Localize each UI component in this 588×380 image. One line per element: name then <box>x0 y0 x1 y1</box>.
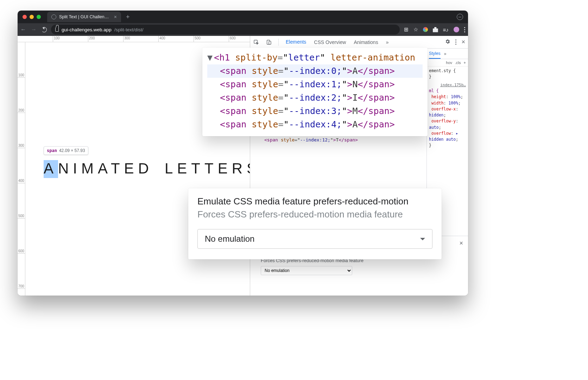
new-rule-button[interactable]: + <box>464 61 466 65</box>
page-heading: ANIMATED LETTERS <box>44 160 250 177</box>
menu-button[interactable] <box>464 27 465 32</box>
window-min-icon[interactable] <box>30 15 34 19</box>
devtools-close-icon[interactable]: × <box>461 38 465 46</box>
tab-elements[interactable]: Elements <box>285 36 307 48</box>
heading-letter: E <box>218 160 232 177</box>
subtab-overflow[interactable]: » <box>444 51 447 56</box>
extensions-icon[interactable] <box>433 27 438 32</box>
zoom-dom-node: <span style="--index:1;">N</span> <box>207 78 423 91</box>
tooltip-tag: span <box>47 148 57 153</box>
tabs-overflow[interactable]: » <box>385 37 390 48</box>
device-toggle-icon[interactable] <box>266 39 272 45</box>
zoom-dom-node: <span style="--index:4;">A</span> <box>207 118 423 131</box>
heading-letter: D <box>138 160 153 177</box>
heading-letter: I <box>73 160 81 177</box>
heading-letter: A <box>44 160 58 178</box>
heading-letter: E <box>177 160 191 177</box>
zoom-emulation-value: No emulation <box>205 234 254 244</box>
css-declaration[interactable]: overflow-y: auto; <box>429 118 466 131</box>
window-close-icon[interactable] <box>23 15 27 19</box>
traffic-lights <box>23 15 41 19</box>
css-declaration[interactable]: width: 100%; <box>429 100 466 106</box>
reading-list-icon[interactable]: ≡♪ <box>443 27 449 33</box>
zoom-emulation-select[interactable]: No emulation <box>197 229 432 249</box>
heading-letter: L <box>165 160 177 177</box>
window-collapse-icon[interactable] <box>457 14 463 20</box>
css-declaration[interactable]: height: 100%; <box>429 94 466 100</box>
heading-letter: T <box>191 160 204 177</box>
inspect-icon[interactable] <box>253 39 259 45</box>
svg-rect-2 <box>269 41 271 44</box>
zoom-elements-overlay: ▼<h1 split-by="letter" letter-animation<… <box>202 48 428 136</box>
tooltip-dimensions: 42.09 × 57.93 <box>59 148 85 153</box>
ruler-horizontal: 100200300400500600 <box>18 36 250 42</box>
lock-icon <box>55 27 59 32</box>
settings-icon[interactable] <box>445 39 450 45</box>
hov-toggle[interactable]: hov <box>446 61 452 65</box>
heading-letter: R <box>232 160 247 177</box>
dom-node[interactable]: <span style="--index:12;">T</span> <box>252 137 426 144</box>
tab-css-overview[interactable]: CSS Overview <box>313 37 347 48</box>
css-declaration[interactable]: overflow: ▸ hidden auto; <box>429 131 466 143</box>
tab-bar: Split Text | GUI Challenges × + <box>18 11 468 23</box>
new-tab-button[interactable]: + <box>124 13 132 21</box>
heading-letter: S <box>247 160 250 177</box>
zoom-dom-node: <span style="--index:0;">A</span> <box>207 64 423 78</box>
emulation-select[interactable]: No emulation <box>261 266 352 275</box>
cls-toggle[interactable]: .cls <box>455 61 461 65</box>
browser-tab[interactable]: Split Text | GUI Challenges × <box>47 12 121 22</box>
zoom-dom-node: <span style="--index:3;">M</span> <box>207 104 423 118</box>
css-declaration[interactable]: overflow-x: hidden; <box>429 106 466 119</box>
favicon-icon <box>51 14 56 19</box>
style-rules[interactable]: ement.sty { } index.175b… ml { height: 1… <box>427 66 468 150</box>
url-path: /split-text/dist/ <box>114 27 144 32</box>
tab-title: Split Text | GUI Challenges <box>59 14 111 19</box>
zoom-dom-node: ▼<h1 split-by="letter" letter-animation <box>207 51 423 64</box>
heading-letter: T <box>204 160 218 177</box>
address-bar[interactable]: gui-challenges.web.app/split-text/dist/ <box>51 25 400 34</box>
tab-close-icon[interactable]: × <box>114 14 117 20</box>
window-max-icon[interactable] <box>37 15 41 19</box>
element-tooltip: span 42.09 × 57.93 <box>44 146 88 155</box>
zoom-rendering-title: Emulate CSS media feature prefers-reduce… <box>197 196 432 207</box>
bookmark-icon[interactable]: ☆ <box>413 26 418 33</box>
tab-animations[interactable]: Animations <box>353 37 379 48</box>
zoom-rendering-sub: Forces CSS prefers-reduced-motion media … <box>197 209 432 220</box>
zoom-rendering-overlay: Emulate CSS media feature prefers-reduce… <box>188 188 442 259</box>
reload-button[interactable] <box>42 27 47 32</box>
ruler-vertical: 100200300400500600700800 <box>18 42 25 296</box>
zoom-dom-node: <span style="--index:2;">I</span> <box>207 91 423 104</box>
ext1-icon[interactable] <box>423 27 428 32</box>
heading-letter: T <box>111 160 124 177</box>
forward-button[interactable]: → <box>31 26 37 33</box>
heading-letter <box>153 160 165 177</box>
heading-letter: E <box>124 160 138 177</box>
toolbar: ← → gui-challenges.web.app/split-text/di… <box>18 23 468 36</box>
chevron-down-icon <box>420 238 425 243</box>
subtab-styles[interactable]: Styles <box>429 51 441 59</box>
nav-buttons: ← → <box>20 26 47 33</box>
profile-icon[interactable] <box>454 27 459 32</box>
translate-icon[interactable]: ⊞ <box>404 26 409 33</box>
devtools-menu-icon[interactable] <box>455 39 456 45</box>
drawer-close-icon[interactable]: × <box>459 240 463 247</box>
devtools-tabs: Elements CSS Overview Animations » × <box>250 36 468 49</box>
back-button[interactable]: ← <box>20 26 26 33</box>
heading-letter: M <box>81 160 98 177</box>
heading-letter: A <box>98 160 111 177</box>
source-link[interactable]: index.175b… <box>429 82 466 88</box>
heading-letter: N <box>58 160 73 177</box>
url-host: gui-challenges.web.app <box>62 27 112 32</box>
extension-icons: ⊞ ☆ ≡♪ <box>404 26 465 33</box>
